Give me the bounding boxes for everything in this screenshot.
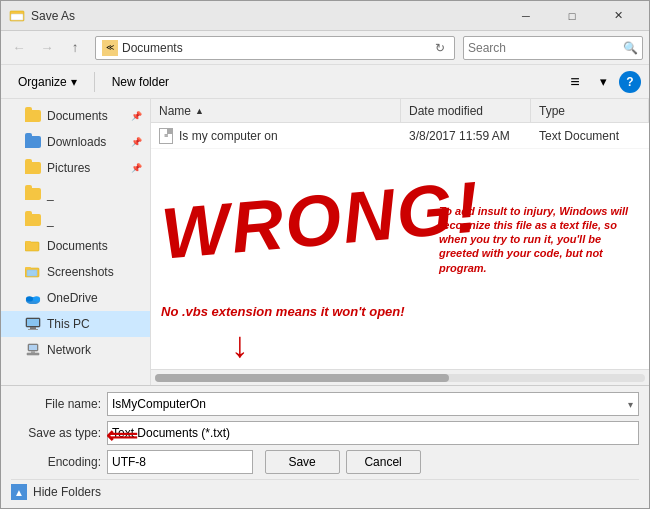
save-button[interactable]: Save xyxy=(265,450,340,474)
refresh-button[interactable]: ↻ xyxy=(432,40,448,56)
svg-rect-1 xyxy=(11,14,23,20)
screenshots-icon xyxy=(25,264,41,280)
sidebar-label: _ xyxy=(47,187,54,201)
svg-rect-17 xyxy=(27,353,39,355)
search-box[interactable]: 🔍 xyxy=(463,36,643,60)
svg-rect-2 xyxy=(25,242,39,251)
bottom-area: File name: ▾ Save as type: Text Document… xyxy=(1,385,649,508)
cancel-button[interactable]: Cancel xyxy=(346,450,421,474)
table-row[interactable]: ≡ Is my computer on 3/8/2017 11:59 AM Te… xyxy=(151,123,649,149)
horizontal-scrollbar[interactable] xyxy=(151,369,649,385)
bottom-buttons: Save Cancel xyxy=(265,450,421,474)
address-folder-icon: ≪ xyxy=(102,40,118,56)
view-dropdown-button[interactable]: ▾ xyxy=(591,70,615,94)
new-folder-label: New folder xyxy=(112,75,169,89)
sidebar-item-underscore2[interactable]: _ xyxy=(1,207,150,233)
sidebar-item-this-pc[interactable]: This PC xyxy=(1,311,150,337)
up-button[interactable]: ↑ xyxy=(63,36,87,60)
file-date-cell: 3/8/2017 11:59 AM xyxy=(401,123,531,148)
address-bar[interactable]: ≪ Documents ↻ xyxy=(95,36,455,60)
view-button[interactable]: ≡ xyxy=(563,70,587,94)
toolbar: Organize ▾ New folder ≡ ▾ ? xyxy=(1,65,649,99)
folder-download-icon xyxy=(25,134,41,150)
folder-pictures-icon xyxy=(25,160,41,176)
filename-label: File name: xyxy=(11,397,101,411)
close-button[interactable]: ✕ xyxy=(595,1,641,31)
navigation-bar: ← → ↑ ≪ Documents ↻ 🔍 xyxy=(1,31,649,65)
sidebar-item-downloads[interactable]: Downloads 📌 xyxy=(1,129,150,155)
folder-icon xyxy=(25,186,41,202)
organize-button[interactable]: Organize ▾ xyxy=(9,71,86,93)
encoding-row: Encoding: UTF-8 Save Cancel The ecoding … xyxy=(11,450,639,474)
sidebar-label: Documents xyxy=(47,239,108,253)
encoding-annotation: The ecoding should be in ANSI, not UTF-8… xyxy=(0,410,1,439)
folder-icon xyxy=(25,212,41,228)
organize-arrow: ▾ xyxy=(71,75,77,89)
sidebar-label: _ xyxy=(47,213,54,227)
forward-button[interactable]: → xyxy=(35,36,59,60)
save-as-dialog: Save As ─ □ ✕ ← → ↑ ≪ Documents ↻ 🔍 Orga… xyxy=(0,0,650,509)
column-header-type[interactable]: Type xyxy=(531,99,649,122)
toolbar-separator xyxy=(94,72,95,92)
help-button[interactable]: ? xyxy=(619,71,641,93)
sidebar-item-network[interactable]: Network xyxy=(1,337,150,363)
savetype-select[interactable]: Text Documents (*.txt) xyxy=(107,421,639,445)
svg-rect-13 xyxy=(28,329,38,330)
svg-rect-12 xyxy=(30,327,36,329)
sidebar-item-pictures[interactable]: Pictures 📌 xyxy=(1,155,150,181)
file-type-cell: Text Document xyxy=(531,123,649,148)
sidebar-label: This PC xyxy=(47,317,90,331)
encoding-select[interactable]: UTF-8 xyxy=(107,450,253,474)
minimize-button[interactable]: ─ xyxy=(503,1,549,31)
sidebar-label: OneDrive xyxy=(47,291,98,305)
svg-point-8 xyxy=(26,296,33,301)
column-header-date[interactable]: Date modified xyxy=(401,99,531,122)
filename-input[interactable] xyxy=(107,392,639,416)
svg-rect-3 xyxy=(25,241,31,243)
window-controls: ─ □ ✕ xyxy=(503,1,641,31)
search-icon[interactable]: 🔍 xyxy=(623,41,638,55)
title-bar: Save As ─ □ ✕ xyxy=(1,1,649,31)
sidebar-label: Pictures xyxy=(47,161,90,175)
encoding-wrapper: UTF-8 xyxy=(107,450,253,474)
svg-rect-16 xyxy=(31,351,35,353)
toolbar-right: ≡ ▾ ? xyxy=(563,70,641,94)
file-name: Is my computer on xyxy=(179,129,278,143)
address-text: Documents xyxy=(122,41,428,55)
back-button[interactable]: ← xyxy=(7,36,31,60)
hide-folders-label[interactable]: Hide Folders xyxy=(33,485,101,499)
content-area: Documents 📌 Downloads 📌 Pictures 📌 xyxy=(1,99,649,385)
window-icon xyxy=(9,8,25,24)
sidebar-label: Screenshots xyxy=(47,265,114,279)
scroll-track xyxy=(155,374,645,382)
file-list-header: Name ▲ Date modified Type xyxy=(151,99,649,123)
sidebar-item-onedrive[interactable]: OneDrive xyxy=(1,285,150,311)
file-list-body[interactable]: ≡ Is my computer on 3/8/2017 11:59 AM Te… xyxy=(151,123,649,369)
organize-label: Organize xyxy=(18,75,67,89)
maximize-button[interactable]: □ xyxy=(549,1,595,31)
file-type: Text Document xyxy=(539,129,619,143)
sidebar-item-documents2[interactable]: Documents xyxy=(1,233,150,259)
savetype-row: Save as type: Text Documents (*.txt) ⟸ xyxy=(11,421,639,445)
svg-rect-5 xyxy=(25,267,31,269)
file-area: Name ▲ Date modified Type ≡ Is my comput… xyxy=(151,99,649,385)
network-icon xyxy=(25,342,41,358)
search-input[interactable] xyxy=(468,41,623,55)
hide-folders-icon: ▲ xyxy=(11,484,27,500)
sidebar-item-underscore1[interactable]: _ xyxy=(1,181,150,207)
folder-icon xyxy=(25,238,41,254)
sidebar-item-documents-pinned[interactable]: Documents 📌 xyxy=(1,103,150,129)
sidebar-label: Network xyxy=(47,343,91,357)
sidebar: Documents 📌 Downloads 📌 Pictures 📌 xyxy=(1,99,151,385)
sidebar-item-screenshots[interactable]: Screenshots xyxy=(1,259,150,285)
column-header-name[interactable]: Name ▲ xyxy=(151,99,401,122)
new-folder-button[interactable]: New folder xyxy=(103,71,178,93)
folder-icon xyxy=(25,108,41,124)
svg-point-9 xyxy=(33,296,40,301)
svg-rect-11 xyxy=(27,319,39,326)
pin-icon: 📌 xyxy=(131,137,142,147)
filename-wrapper: ▾ xyxy=(107,392,639,416)
sidebar-label: Documents xyxy=(47,109,108,123)
pin-icon: 📌 xyxy=(131,163,142,173)
scroll-thumb[interactable] xyxy=(155,374,449,382)
